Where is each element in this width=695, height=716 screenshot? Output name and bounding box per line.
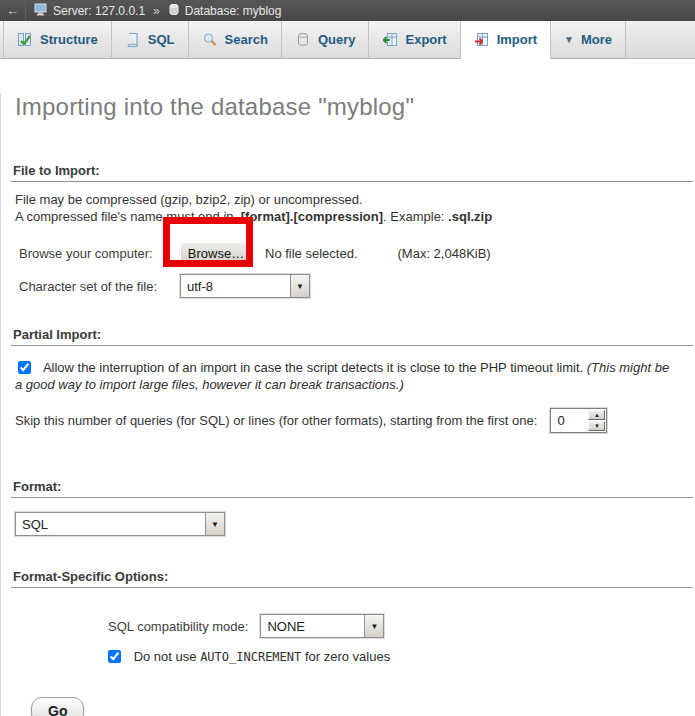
skip-queries-stepper[interactable]: 0 ▲ ▼	[550, 408, 607, 433]
auto-increment-label: Do not use AUTO_INCREMENT for zero value…	[134, 649, 391, 664]
section-partial-import: Partial Import: Allow the interruption o…	[11, 327, 693, 433]
auto-increment-code: AUTO_INCREMENT	[200, 650, 301, 664]
section-heading: Partial Import:	[11, 327, 693, 346]
compression-line1: File may be compressed (gzip, bzip2, zip…	[15, 192, 363, 207]
database-icon	[168, 3, 180, 19]
section-heading: Format:	[11, 479, 693, 498]
tab-label: More	[581, 32, 612, 47]
auto-increment-checkbox[interactable]	[108, 650, 121, 663]
chevron-down-icon: ▼	[564, 34, 574, 45]
max-upload-size: (Max: 2,048KiB)	[398, 246, 491, 261]
auto-increment-row: Do not use AUTO_INCREMENT for zero value…	[108, 649, 693, 664]
sql-icon	[125, 32, 141, 48]
stepper-down-icon[interactable]: ▼	[588, 421, 605, 431]
skip-queries-value: 0	[552, 410, 588, 431]
tab-bar-filler	[626, 21, 695, 58]
query-icon	[295, 32, 311, 48]
export-icon	[382, 32, 398, 48]
import-icon	[474, 32, 490, 48]
tab-more[interactable]: ▼ More	[551, 21, 626, 58]
allow-interrupt-checkbox[interactable]	[18, 361, 31, 374]
breadcrumb-separator: »	[153, 4, 160, 18]
auto-increment-prefix: Do not use	[134, 649, 201, 664]
browse-label: Browse your computer:	[19, 246, 166, 261]
section-file-to-import: File to Import: File may be compressed (…	[11, 163, 693, 298]
charset-row: Character set of the file: utf-8 ▼	[19, 274, 693, 298]
skip-queries-row: Skip this number of queries (for SQL) or…	[15, 408, 693, 433]
browse-row: Browse your computer: Browse… No file se…	[19, 241, 693, 265]
section-heading: Format-Specific Options:	[11, 569, 693, 588]
tab-label: SQL	[148, 32, 175, 47]
tab-label: Structure	[40, 32, 98, 47]
skip-queries-label: Skip this number of queries (for SQL) or…	[15, 413, 537, 428]
breadcrumb: Server: 127.0.0.1 » Database: myblog	[34, 3, 281, 19]
section-format: Format: SQL ▼	[11, 479, 693, 536]
tab-label: Export	[405, 32, 446, 47]
tab-label: Query	[318, 32, 356, 47]
charset-select[interactable]: utf-8 ▼	[180, 274, 310, 298]
allow-interrupt-label: Allow the interruption of an import in c…	[43, 360, 587, 375]
charset-label: Character set of the file:	[19, 279, 166, 294]
charset-selected-value: utf-8	[181, 275, 219, 297]
format-selected-value: SQL	[16, 513, 54, 535]
tab-structure[interactable]: Structure	[3, 21, 112, 58]
server-icon	[34, 3, 48, 19]
allow-interrupt-row: Allow the interruption of an import in c…	[15, 359, 679, 393]
compression-pattern: .[format].[compression]	[237, 209, 383, 224]
select-arrow-icon: ▼	[290, 275, 309, 297]
stepper-up-icon[interactable]: ▲	[588, 410, 605, 420]
tab-export[interactable]: Export	[369, 21, 460, 58]
compression-help-text: File may be compressed (gzip, bzip2, zip…	[15, 191, 693, 225]
go-button[interactable]: Go	[31, 697, 84, 716]
structure-icon	[17, 32, 33, 48]
section-heading: File to Import:	[11, 163, 693, 182]
browse-button[interactable]: Browse…	[179, 241, 253, 265]
compression-example: .sql.zip	[448, 209, 492, 224]
tab-search[interactable]: Search	[189, 21, 282, 58]
format-select[interactable]: SQL ▼	[15, 512, 225, 536]
breadcrumb-server-link[interactable]: Server: 127.0.0.1	[53, 4, 145, 18]
sql-compat-selected-value: NONE	[261, 615, 311, 637]
select-arrow-icon: ▼	[364, 615, 383, 637]
sql-compat-label: SQL compatibility mode:	[108, 619, 248, 634]
tab-label: Import	[497, 32, 537, 47]
auto-increment-suffix: for zero values	[301, 649, 390, 664]
back-arrow-icon[interactable]: ←	[0, 0, 26, 21]
page-title: Importing into the database "myblog"	[15, 93, 695, 121]
compression-line2-prefix: A compressed file's name must end in	[15, 209, 237, 224]
tab-query[interactable]: Query	[282, 21, 370, 58]
tab-bar: Structure SQL Search Query Export Import…	[0, 21, 695, 59]
select-arrow-icon: ▼	[205, 513, 224, 535]
tab-import[interactable]: Import	[461, 21, 551, 59]
sql-compat-row: SQL compatibility mode: NONE ▼	[108, 614, 693, 638]
tab-label: Search	[225, 32, 268, 47]
breadcrumb-database-link[interactable]: Database: myblog	[185, 4, 282, 18]
no-file-selected-text: No file selected.	[265, 246, 358, 261]
main-content: Importing into the database "myblog" Fil…	[0, 93, 695, 716]
compression-line2-mid: . Example:	[383, 209, 448, 224]
sql-compat-select[interactable]: NONE ▼	[260, 614, 384, 638]
breadcrumb-bar: ← Server: 127.0.0.1 » Database: myblog	[0, 0, 695, 21]
section-format-options: Format-Specific Options: SQL compatibili…	[11, 569, 693, 664]
search-icon	[202, 32, 218, 48]
tab-sql[interactable]: SQL	[112, 21, 189, 58]
